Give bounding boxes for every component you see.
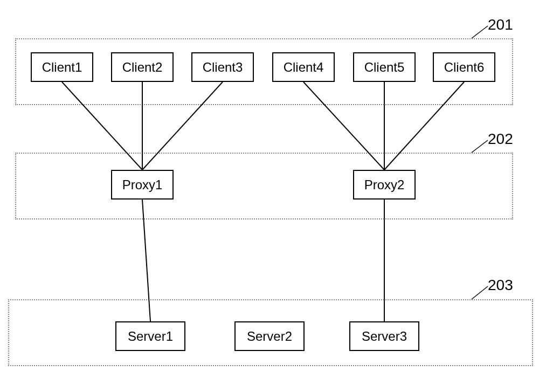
client6-label: Client6	[444, 60, 485, 75]
diagram-canvas: 201 202 203 Client1 Client2 Client3 Clie…	[0, 0, 539, 392]
server3-node: Server3	[349, 321, 419, 351]
client1-label: Client1	[42, 60, 82, 75]
proxies-layer-label: 202	[488, 130, 513, 148]
proxy2-label: Proxy2	[364, 177, 405, 192]
server3-label: Server3	[362, 329, 407, 344]
client1-node: Client1	[31, 52, 93, 82]
client4-node: Client4	[272, 52, 335, 82]
client2-node: Client2	[111, 52, 174, 82]
proxy1-node: Proxy1	[111, 170, 174, 200]
client2-label: Client2	[122, 60, 163, 75]
svg-line-0	[472, 26, 488, 38]
proxies-layer-box	[15, 153, 513, 219]
client4-label: Client4	[284, 60, 324, 75]
server2-label: Server2	[247, 329, 292, 344]
client3-label: Client3	[203, 60, 243, 75]
client5-label: Client5	[364, 60, 405, 75]
server2-node: Server2	[234, 321, 305, 351]
server1-label: Server1	[128, 329, 173, 344]
svg-line-2	[472, 286, 488, 299]
client5-node: Client5	[353, 52, 416, 82]
servers-layer-label: 203	[488, 277, 513, 294]
client6-node: Client6	[433, 52, 495, 82]
proxy1-label: Proxy1	[122, 177, 163, 192]
server1-node: Server1	[115, 321, 185, 351]
proxy2-node: Proxy2	[353, 170, 416, 200]
clients-layer-label: 201	[488, 16, 513, 33]
svg-line-1	[472, 140, 488, 153]
client3-node: Client3	[191, 52, 254, 82]
